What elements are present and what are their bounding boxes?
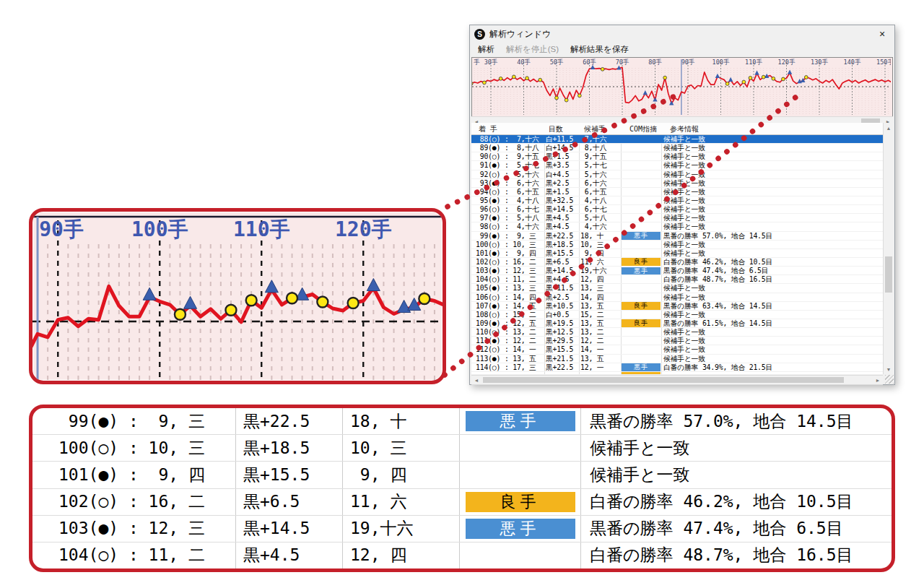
analysis-table: 着 手 目数 候補手 COM指摘 参考情報 88(○) : 7,十六白+11.5… — [471, 123, 883, 374]
menu-analyze[interactable]: 解析 — [473, 43, 500, 56]
cell: 候補手と一致 — [663, 179, 705, 187]
good-move-marker — [317, 297, 328, 308]
cell: 白番の勝率 34.9%, 地合 21.5目 — [663, 363, 772, 371]
bad-move-marker — [184, 296, 197, 308]
cell: 候補手と一致 — [663, 355, 705, 363]
scrollbar-thumb[interactable] — [885, 256, 892, 293]
table-row[interactable]: 105(●) : 13, 三黒+11.513, 三候補手と一致 — [471, 284, 883, 293]
position-graph-panel[interactable]: 手30手40手50手60手70手80手90手100手110手120手130手14… — [471, 57, 893, 117]
cell: 111(●) : 12, 二 — [476, 337, 536, 345]
cell: 105(●) : 13, 三 — [476, 284, 536, 292]
x-tick-label: 90手 — [39, 217, 84, 241]
cell: 候補手と一致 — [663, 328, 705, 336]
cell: 13, 五 — [580, 319, 603, 327]
good-move-marker — [472, 82, 473, 85]
good-move-marker — [225, 305, 236, 316]
table-row[interactable]: 101(●) : 9, 四黒+15.5 9, 四候補手と一致 — [471, 249, 883, 258]
cell: 候補手と一致 — [663, 170, 705, 178]
cell: 良手 — [460, 489, 581, 515]
scrollbar-thumb[interactable] — [483, 377, 844, 383]
scroll-down-icon[interactable]: ▼ — [884, 364, 894, 374]
cell: 15, 二 — [580, 311, 603, 319]
x-tick-label: 140手 — [844, 59, 861, 66]
table-row[interactable]: 102(○) : 16, 二黒+6.511, 六良手白番の勝率 46.2%, 地… — [471, 258, 883, 267]
table-row[interactable]: 92(○) : 5,十六白+4.5 5,十六候補手と一致 — [471, 170, 883, 179]
table-vertical-scrollbar[interactable]: ▲ ▼ — [883, 123, 894, 374]
com-badge: 悪手 — [466, 519, 575, 539]
table-row[interactable]: 114(○) : 17, 三黒+22.512, 一悪手白番の勝率 34.9%, … — [471, 363, 883, 372]
table-row[interactable]: 104(○) : 11, 二黒+4.512, 四白番の勝率 48.7%, 地合 … — [471, 275, 883, 284]
cell: 12, 四 — [343, 542, 460, 568]
cell: 101(●) : 9, 四 — [476, 249, 536, 257]
x-tick-label: 120手 — [335, 217, 392, 241]
table-row[interactable]: 91(●) : 5,十七黒+3.5 5,十七候補手と一致 — [471, 161, 883, 170]
cell: 103(●) : 12, 三 — [476, 267, 536, 274]
menu-stop-analysis[interactable]: 解析を停止(S) — [501, 43, 564, 56]
table-horizontal-scrollbar[interactable]: ◄ ► — [471, 375, 883, 385]
table-row[interactable]: 94(○) : 6,十五黒+1.5 6,十五候補手と一致 — [471, 188, 883, 196]
table-row[interactable]: 103(●) : 12, 三黒+14.519,十六悪手黒番の勝率 47.4%, … — [471, 267, 883, 275]
menu-save-results[interactable]: 解析結果を保存 — [565, 43, 634, 56]
cell: 100(○) : 10, 三 — [32, 435, 236, 461]
cell: 106(○) : 14, 四 — [476, 293, 536, 301]
table-row[interactable]: 109(●) : 12, 五黒+19.513, 五良手黒番の勝率 61.5%, … — [471, 319, 883, 328]
table-row[interactable]: 93(●) : 6,十六黒+2.5 6,十六候補手と一致 — [471, 179, 883, 188]
zoom-table-row: 99(●) : 9, 三黒+22.518, 十悪手黒番の勝率 57.0%, 地合… — [32, 408, 892, 435]
cell: 白番の勝率 46.2%, 地合 10.5目 — [581, 489, 892, 515]
cell: 黒+6.5 — [546, 258, 569, 266]
good-move-marker — [287, 293, 297, 303]
bad-move-marker — [728, 77, 733, 82]
table-row[interactable]: 107(●) : 14, 五黒+10.513, 五良手黒番の勝率 63.4%, … — [471, 302, 883, 311]
cell: 候補手と一致 — [663, 214, 705, 222]
table-row[interactable]: 96(○) : 6,十七黒+14.5 6,十七候補手と一致 — [471, 205, 883, 214]
com-badge: 良手 — [622, 302, 661, 310]
good-move-marker — [348, 298, 359, 308]
table-row[interactable]: 113(●) : 13, 五黒+21.513, 五候補手と一致 — [471, 355, 883, 363]
table-row[interactable]: 95(●) : 4,十八黒+32.5 4,十八候補手と一致 — [471, 196, 883, 205]
table-row[interactable]: 99(●) : 9, 三黒+22.518, 十悪手黒番の勝率 57.0%, 地合… — [471, 232, 883, 241]
good-move-marker — [483, 81, 487, 85]
cell: 93(●) : 6,十六 — [476, 179, 539, 187]
cell: 100(○) : 10, 三 — [476, 241, 536, 248]
cell: 7,十六 — [580, 135, 606, 143]
zoom-table-row: 102(○) : 16, 二黒+6.511, 六良手白番の勝率 46.2%, 地… — [32, 489, 892, 516]
cell: 黒+4.5 — [236, 542, 343, 568]
cell: 103(●) : 12, 三 — [32, 516, 236, 542]
table-row[interactable]: 90(○) : 9,十五黒+1.5 9,十五候補手と一致 — [471, 152, 883, 161]
zoomed-table: 99(●) : 9, 三黒+22.518, 十悪手黒番の勝率 57.0%, 地合… — [32, 408, 892, 568]
scroll-right-icon[interactable]: ► — [873, 376, 883, 384]
cell: 白+11.5 — [546, 135, 573, 143]
table-row[interactable]: 98(○) : 4,十六黒+4.5 4,十六候補手と一致 — [471, 222, 883, 231]
cell: 108(○) : 15, 二 — [476, 311, 536, 319]
scroll-left-icon[interactable]: ◄ — [471, 376, 481, 384]
table-row[interactable]: 100(○) : 10, 三黒+18.510, 三候補手と一致 — [471, 241, 883, 249]
table-row[interactable]: 112(○) : 14, 一黒+15.514, 一候補手と一致 — [471, 345, 883, 354]
close-icon[interactable]: × — [870, 25, 894, 43]
cell: 黒+4.5 — [546, 275, 569, 283]
cell: 88(○) : 7,十六 — [476, 135, 539, 143]
scroll-up-icon[interactable]: ▲ — [884, 123, 894, 133]
cell: 14, 四 — [580, 293, 603, 301]
cell: 113(●) : 13, 五 — [476, 355, 536, 363]
table-row[interactable]: 108(○) : 15, 二白+0.515, 二候補手と一致 — [471, 311, 883, 319]
cell: 4,十八 — [580, 196, 606, 204]
table-row[interactable]: 89(●) : 8,十八白+14.5 8,十八候補手と一致 — [471, 144, 883, 152]
cell: 黒+12.5 — [546, 328, 573, 336]
table-zoom-callout: 99(●) : 9, 三黒+22.518, 十悪手黒番の勝率 57.0%, 地合… — [29, 405, 895, 572]
table-row[interactable]: 97(●) : 5,十八黒+4.5 5,十八候補手と一致 — [471, 214, 883, 222]
table-row[interactable]: 106(○) : 14, 四黒+2.514, 四候補手と一致 — [471, 293, 883, 302]
cell: 11, 六 — [580, 258, 603, 266]
table-row[interactable]: 110(○) : 13, 二黒+12.513, 二候補手と一致 — [471, 328, 883, 337]
resize-grip[interactable] — [885, 375, 894, 384]
cell: 14, 一 — [580, 345, 603, 353]
good-move-marker — [512, 75, 515, 79]
cell: 黒+4.5 — [546, 214, 569, 222]
cell: 黒番の勝率 63.4%, 地合 14.5目 — [663, 302, 772, 310]
cell: 黒+18.5 — [236, 435, 343, 461]
table-row[interactable]: 111(●) : 12, 二黒+29.512, 二候補手と一致 — [471, 337, 883, 345]
com-badge: 悪手 — [622, 363, 661, 371]
title-bar[interactable]: S 解析ウィンドウ × — [470, 25, 894, 43]
cell: 104(○) : 11, 二 — [32, 542, 236, 568]
cell: 候補手と一致 — [663, 284, 705, 292]
table-row[interactable]: 88(○) : 7,十六白+11.5 7,十六候補手と一致 — [471, 135, 883, 144]
